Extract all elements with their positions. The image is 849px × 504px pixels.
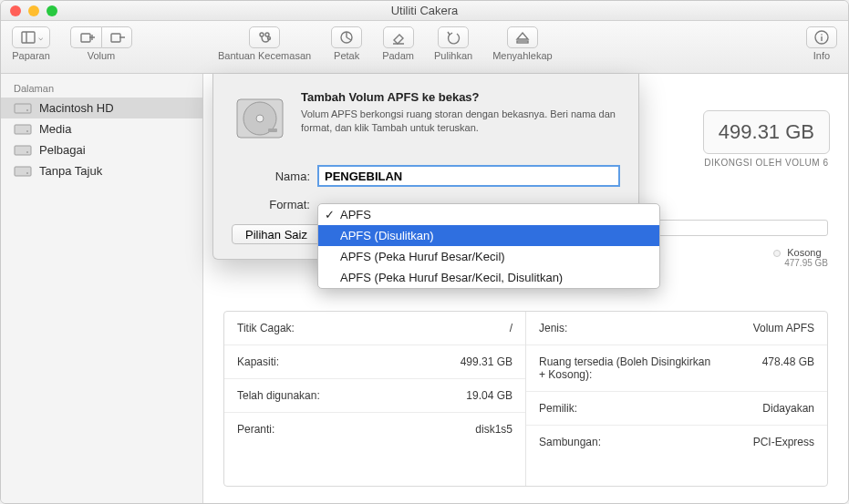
info-col-left: Titik Cagak:/ Kapasiti:499.31 GB Telah d… [224,312,526,486]
info-row: Kapasiti:499.31 GB [224,345,525,379]
restore-icon [445,29,461,46]
sidebar-icon [20,29,36,46]
sidebar-item-label: Media [39,122,71,136]
info-value: 499.31 GB [461,355,513,368]
sidebar-item-label: Macintosh HD [39,101,114,115]
erase-label: Padam [382,50,414,61]
window-title: Utiliti Cakera [391,4,459,17]
eject-icon [514,29,531,46]
erase-button[interactable] [383,26,414,48]
info-button[interactable] [806,26,837,48]
svg-point-29 [256,115,264,122]
svg-rect-21 [15,125,31,134]
drive-icon [14,165,32,178]
info-key: Sambungan: [539,436,601,448]
info-key: Ruang tersedia (Boleh Disingkirkan + Kos… [539,355,712,381]
restore-button[interactable] [438,26,469,48]
volume-add-button[interactable] [70,26,101,48]
capacity-value: 499.31 GB [703,110,830,154]
svg-marker-14 [517,33,528,39]
info-value: 478.48 GB [762,355,814,381]
drive-icon [14,144,32,157]
svg-line-12 [347,37,351,40]
format-dropdown: APFS APFS (Disulitkan) APFS (Peka Huruf … [317,203,660,289]
info-row: Telah digunakan:19.04 GB [224,379,525,413]
info-key: Titik Cagak: [237,322,295,334]
sidebar-section-header: Dalaman [1,79,202,98]
sidebar-item-macintosh-hd[interactable]: Macintosh HD [1,98,202,118]
drive-icon [14,102,32,115]
volume-label: Volum [88,50,116,61]
format-label: Format: [232,198,310,211]
info-key: Peranti: [237,423,274,436]
volume-illustration-icon [232,90,288,147]
toolbar-group-mount: Menyahlekap [492,26,552,61]
info-value: PCI-Express [753,436,814,448]
info-value: Didayakan [762,402,814,415]
option-label: APFS (Peka Huruf Besar/Kecil, Disulitkan… [340,271,563,284]
toolbar-group-info: Info [806,26,837,61]
sheet-description: Volum APFS berkongsi ruang storan dengan… [301,108,620,135]
toolbar-group-restore: Pulihkan [434,26,472,61]
close-icon[interactable] [10,5,21,16]
sidebar-item-tanpa-tajuk[interactable]: Tanpa Tajuk [1,160,202,181]
svg-point-17 [821,34,823,36]
svg-rect-19 [15,104,31,113]
erase-icon [390,29,407,46]
info-key: Kapasiti: [237,355,279,368]
name-input[interactable] [317,165,620,187]
free-value: 477.95 GB [784,258,828,268]
volume-remove-button[interactable] [101,26,132,48]
format-option[interactable]: APFS (Peka Huruf Besar/Kecil, Disulitkan… [318,267,659,288]
option-label: APFS (Disulitkan) [340,229,434,242]
add-volume-sheet: Tambah Volum APFS ke bekas? Volum APFS b… [212,74,639,260]
pie-icon [338,29,355,46]
window: Utiliti Cakera ⌵ Paparan Volum [0,0,849,504]
volume-minus-icon [109,29,125,46]
info-value: 19.04 GB [466,389,513,402]
drive-icon [14,123,32,136]
info-row: Sambungan:PCI-Express [526,426,827,458]
size-options-button[interactable]: Pilihan Saiz [232,224,321,244]
svg-rect-23 [15,146,31,155]
partition-button[interactable] [331,26,362,48]
info-grid: Titik Cagak:/ Kapasiti:499.31 GB Telah d… [223,311,828,487]
info-value: / [510,322,513,334]
format-option[interactable]: APFS (Disulitkan) [318,225,659,246]
svg-rect-0 [22,32,35,43]
toolbar-group-firstaid: Bantuan Kecemasan [218,26,311,61]
sidebar-item-label: Pelbagai [39,143,86,157]
info-row: Titik Cagak:/ [224,312,525,345]
view-button[interactable]: ⌵ [12,26,50,48]
sidebar-item-pelbagai[interactable]: Pelbagai [1,139,202,160]
free-label: Kosong [787,247,821,258]
minimize-icon[interactable] [28,5,39,16]
usage-legend-free: Kosong 477.95 GB [773,247,828,268]
info-row: Pemilik:Didayakan [526,392,827,426]
toolbar-group-erase: Padam [382,26,414,61]
info-key: Telah digunakan: [237,389,320,402]
format-option[interactable]: APFS [318,204,659,225]
mount-label: Menyahlekap [492,50,552,61]
volume-plus-icon [78,29,95,46]
firstaid-button[interactable] [249,26,280,48]
info-row: Jenis:Volum APFS [526,312,827,345]
info-value: disk1s5 [475,423,513,436]
firstaid-label: Bantuan Kecemasan [218,50,311,61]
info-value: Volum APFS [753,322,814,334]
restore-label: Pulihkan [434,50,472,61]
svg-point-22 [26,130,28,132]
info-icon [813,29,830,46]
zoom-icon[interactable] [47,5,57,16]
format-option[interactable]: APFS (Peka Huruf Besar/Kecil) [318,246,659,267]
svg-point-7 [260,33,264,36]
toolbar-group-volume: Volum [70,26,132,61]
sidebar-item-media[interactable]: Media [1,118,202,139]
view-label: Paparan [12,50,50,61]
toolbar-group-partition: Petak [331,26,362,61]
mount-button[interactable] [507,26,538,48]
info-key: Pemilik: [539,402,577,415]
info-col-right: Jenis:Volum APFS Ruang tersedia (Boleh D… [526,312,827,486]
toolbar-group-view: ⌵ Paparan [12,26,50,61]
stethoscope-icon [256,29,273,46]
